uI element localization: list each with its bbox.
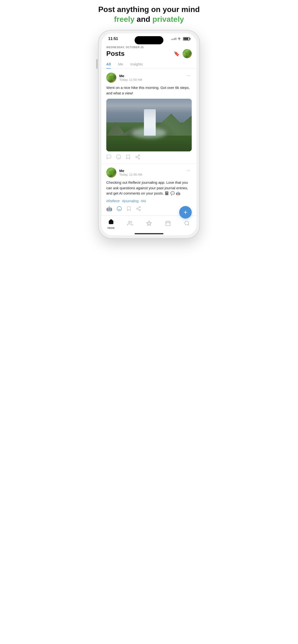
calendar-icon [165, 220, 171, 228]
promo-and: and [135, 15, 153, 24]
home-icon [108, 219, 114, 226]
avatar[interactable] [183, 49, 192, 58]
ai-sparkle-icon [146, 220, 152, 228]
nav-ai[interactable] [142, 220, 156, 228]
svg-point-22 [185, 221, 189, 225]
post-header-1: 🌿 Me Today, 11:50 AM ··· [106, 72, 192, 83]
promo-freely: freely [114, 15, 134, 24]
post-time-2: Today, 11:45 AM [119, 173, 142, 176]
svg-line-8 [137, 156, 138, 157]
nav-calendar[interactable] [161, 220, 175, 228]
svg-line-15 [138, 209, 139, 210]
nav-home-label: Home [107, 226, 114, 229]
post-username-2: Me [119, 169, 142, 173]
phone-shell: 11:51 [99, 30, 199, 238]
post-text-2: Checking out Reflectr journaling app. Lo… [106, 180, 192, 196]
post-time-1: Today, 11:50 AM [119, 78, 142, 82]
ai-comment-button-2[interactable]: 🤖 [106, 206, 112, 212]
post-username-1: Me [119, 74, 142, 78]
dynamic-island [135, 36, 163, 44]
bottom-nav: Home [101, 216, 197, 231]
signal-icon [171, 38, 176, 40]
bookmark-button-2[interactable] [126, 206, 131, 211]
svg-point-0 [179, 40, 180, 40]
promo-title-line2: freely and privately [98, 14, 200, 25]
community-icon [127, 220, 133, 228]
app-date: WEDNESDAY, OCTOBER 25 [106, 46, 192, 49]
post-user-info-2: 🌿 Me Today, 11:45 AM [106, 168, 142, 178]
svg-line-7 [137, 158, 138, 158]
svg-point-6 [138, 158, 140, 159]
svg-point-14 [139, 210, 140, 211]
wifi-icon [178, 38, 182, 40]
svg-point-1 [116, 155, 121, 159]
mist [132, 128, 166, 138]
more-button-2[interactable]: ··· [185, 168, 192, 174]
svg-point-4 [138, 155, 140, 156]
fab-button[interactable]: + [179, 206, 192, 218]
status-bar: 11:51 [101, 33, 197, 43]
tag-ai[interactable]: #AI [141, 199, 146, 203]
svg-point-17 [128, 221, 130, 223]
search-icon [184, 220, 190, 228]
post-tags-2: #Reflectr #journaling #AI [106, 199, 192, 203]
svg-line-23 [188, 224, 189, 225]
tag-reflectr[interactable]: #Reflectr [106, 199, 120, 203]
header-actions: 🔖 [174, 49, 192, 58]
battery-icon [183, 37, 190, 40]
emoji-button-2[interactable] [117, 206, 122, 211]
post-meta-1: Me Today, 11:50 AM [119, 74, 142, 82]
share-button-2[interactable] [136, 206, 141, 211]
tab-me[interactable]: Me [118, 62, 123, 68]
bookmark-button-1[interactable] [125, 154, 131, 160]
home-indicator [101, 231, 197, 235]
post-actions-2: 🤖 [106, 206, 192, 212]
share-button-1[interactable] [135, 154, 140, 160]
nav-community[interactable] [123, 220, 137, 228]
feed: 🌿 Me Today, 11:50 AM ··· Went on a nice … [101, 69, 197, 216]
post-user-info-1: 🌿 Me Today, 11:50 AM [106, 72, 142, 83]
avatar-image [183, 49, 192, 58]
app-title: Posts [106, 50, 124, 58]
post-image-1 [106, 99, 192, 152]
svg-rect-18 [166, 222, 170, 226]
phone-screen: 11:51 [101, 33, 197, 235]
svg-point-5 [136, 156, 137, 158]
app-title-row: Posts 🔖 [106, 49, 192, 58]
svg-point-13 [136, 208, 138, 210]
promo-privately: privately [152, 15, 184, 24]
post-header-2: 🌿 Me Today, 11:45 AM ··· [106, 168, 192, 178]
post-avatar-2: 🌿 [106, 168, 116, 178]
tag-journaling[interactable]: #journaling [122, 199, 139, 203]
status-time: 11:51 [108, 37, 118, 41]
more-button-1[interactable]: ··· [185, 72, 192, 78]
post-actions-1 [106, 154, 192, 160]
app-header: WEDNESDAY, OCTOBER 25 Posts 🔖 [101, 43, 197, 58]
page-wrapper: Post anything on your mind freely and pr… [94, 5, 204, 238]
tab-all[interactable]: All [106, 62, 111, 68]
post-card-1: 🌿 Me Today, 11:50 AM ··· Went on a nice … [101, 69, 197, 164]
tab-insights[interactable]: Insights [130, 62, 143, 68]
svg-point-12 [139, 206, 140, 208]
status-icons [171, 37, 190, 40]
post-meta-2: Me Today, 11:45 AM [119, 169, 142, 176]
bookmark-button[interactable]: 🔖 [174, 51, 180, 56]
promo-header: Post anything on your mind freely and pr… [96, 5, 202, 25]
emoji-button-1[interactable] [116, 154, 121, 160]
home-bar [135, 233, 163, 234]
svg-line-16 [138, 208, 139, 208]
nav-home[interactable]: Home [104, 219, 118, 229]
nav-search[interactable] [180, 220, 194, 228]
post-text-1: Went on a nice hike this morning. Got ov… [106, 85, 192, 96]
comment-button-1[interactable] [106, 154, 112, 160]
post-avatar-1: 🌿 [106, 72, 116, 83]
tabs: All Me Insights [101, 58, 197, 69]
svg-point-9 [117, 206, 121, 211]
promo-title-line1: Post anything on your mind [98, 5, 200, 14]
